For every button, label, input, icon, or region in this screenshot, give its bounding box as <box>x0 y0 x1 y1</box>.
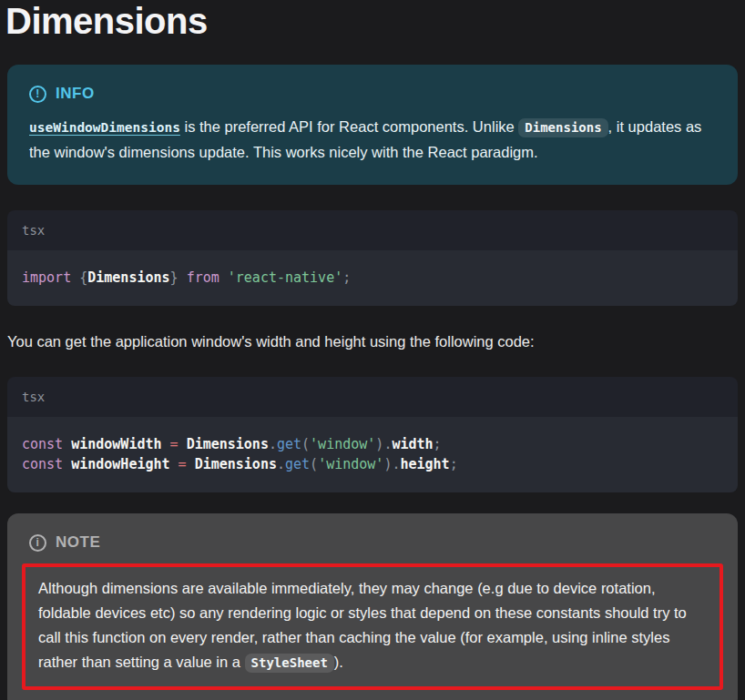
code-block-import: tsx import {Dimensions} from 'react-nati… <box>7 210 738 306</box>
circled-exclamation-icon: ! <box>29 86 46 103</box>
code-line: import {Dimensions} from 'react-native'; <box>22 269 351 286</box>
inline-code-stylesheet: StyleSheet <box>245 654 334 673</box>
intro-paragraph: You can get the application window's wid… <box>7 331 738 351</box>
code-language-badge: tsx <box>7 377 738 417</box>
code-content-window-size: const windowWidth = Dimensions.get('wind… <box>7 417 738 492</box>
note-admonition-label: NOTE <box>56 533 100 552</box>
note-text-segment: ). <box>334 654 343 670</box>
code-language-label: tsx <box>22 223 45 238</box>
note-admonition-text: Although dimensions are available immedi… <box>38 576 707 675</box>
circled-info-icon: i <box>29 534 46 552</box>
info-admonition-header: ! INFO <box>29 85 716 103</box>
code-lines: const windowWidth = Dimensions.get('wind… <box>22 436 458 472</box>
note-admonition-header: i NOTE <box>29 533 716 552</box>
info-text-segment: is the preferred API for React component… <box>180 118 518 135</box>
doc-page: Dimensions ! INFO useWindowDimensions is… <box>7 2 738 700</box>
info-admonition: ! INFO useWindowDimensions is the prefer… <box>7 65 738 185</box>
page-title: Dimensions <box>5 2 738 40</box>
inline-code-dimensions: Dimensions <box>518 118 607 137</box>
use-window-dimensions-link[interactable]: useWindowDimensions <box>29 120 180 135</box>
note-admonition: i NOTE Although dimensions are available… <box>7 513 738 700</box>
info-admonition-label: INFO <box>56 85 95 103</box>
code-block-window-size: tsx const windowWidth = Dimensions.get('… <box>7 377 738 492</box>
code-language-badge: tsx <box>7 210 738 250</box>
red-highlight-annotation: Although dimensions are available immedi… <box>22 563 723 690</box>
info-admonition-text: useWindowDimensions is the preferred API… <box>29 115 716 165</box>
code-language-label: tsx <box>22 390 45 404</box>
note-text-segment: Although dimensions are available immedi… <box>38 580 687 670</box>
code-content-import: import {Dimensions} from 'react-native'; <box>7 250 738 306</box>
